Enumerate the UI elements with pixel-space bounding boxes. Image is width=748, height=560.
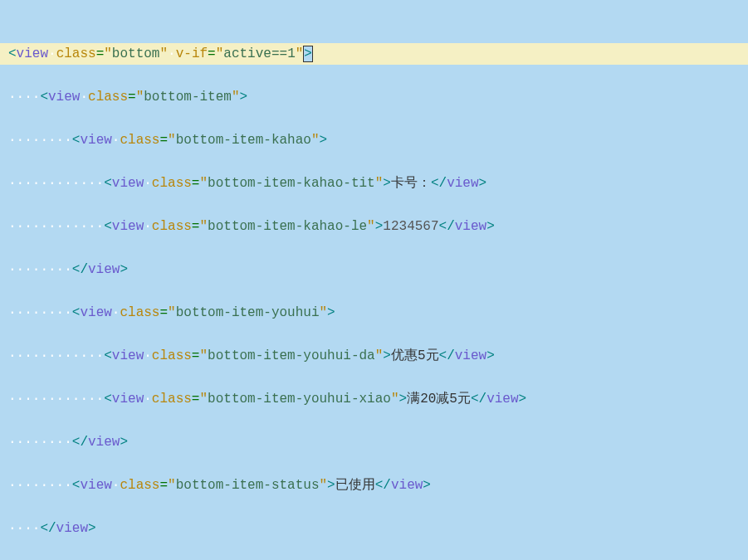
code-line: ············<view·class="bottom-item-kah… (0, 216, 748, 237)
cursor-box: > (303, 46, 313, 62)
attr-value: bottom-item-youhui-xiao (208, 392, 391, 407)
code-line: ········</view> (0, 431, 748, 453)
tag-name: view (80, 478, 111, 493)
attr-value: active==1 (223, 46, 295, 61)
tag-name: view (88, 262, 120, 277)
code-line: ········<view·class="bottom-item-youhui"… (0, 302, 748, 324)
tag-name: view (112, 348, 144, 363)
attr-value: bottom (112, 46, 160, 61)
attr-value: bottom-item-kahao-tit (208, 176, 375, 191)
tag-name: view (88, 435, 120, 450)
attr-name: class (152, 219, 192, 234)
tag-name: view (112, 219, 144, 234)
tag-name: view (17, 46, 48, 61)
tag-name: view (80, 305, 111, 320)
attr-name: class (88, 90, 128, 105)
attr-value: bottom-item-status (176, 478, 320, 493)
attr-name: v-if (176, 46, 208, 61)
attr-name: class (120, 478, 159, 493)
code-line: ············<view·class="bottom-item-you… (0, 345, 748, 367)
code-line: ········</view> (0, 259, 748, 280)
tag-name: view (112, 176, 144, 191)
text-content: 优惠5元 (391, 348, 439, 363)
attr-value: bottom-item-youhui (176, 305, 320, 320)
tag-name: view (455, 219, 486, 234)
attr-value: bottom-item-kahao-le (208, 219, 367, 234)
attr-value: bottom-item-youhui-da (208, 348, 375, 363)
attr-name: class (120, 305, 159, 320)
tag-name: view (48, 90, 80, 105)
tag-name: view (486, 392, 518, 407)
attr-value: bottom-item-kahao (176, 133, 311, 148)
tag-name: view (80, 133, 111, 148)
attr-name: class (56, 46, 96, 61)
code-line: ············<view·class="bottom-item-you… (0, 388, 748, 410)
text-content: 已使用 (335, 478, 375, 493)
code-line: ········<view·class="bottom-item-kahao"> (0, 129, 748, 151)
code-line: ····</view> (0, 518, 748, 539)
attr-name: class (152, 392, 192, 407)
attr-name: class (120, 133, 159, 148)
attr-name: class (152, 348, 192, 363)
code-block: <view·class="bottom"·v-if="active==1"> ·… (0, 22, 748, 560)
attr-value: bottom-item (144, 90, 232, 105)
tag-name: view (391, 478, 423, 493)
code-line: ····<view·class="bottom-item"> (0, 86, 748, 108)
text-content: 满20减5元 (407, 392, 471, 407)
code-line: ········<view·class="bottom-item-status"… (0, 475, 748, 496)
text-content: 1234567 (383, 219, 438, 234)
text-content: 卡号： (391, 176, 431, 191)
tag-name: view (56, 521, 88, 536)
tag-name: view (112, 392, 144, 407)
attr-name: class (152, 176, 192, 191)
angle-open: < (8, 46, 17, 61)
tag-name: view (455, 348, 486, 363)
tag-name: view (447, 176, 478, 191)
code-line: <view·class="bottom"·v-if="active==1"> (0, 43, 748, 65)
code-line: ············<view·class="bottom-item-kah… (0, 173, 748, 194)
